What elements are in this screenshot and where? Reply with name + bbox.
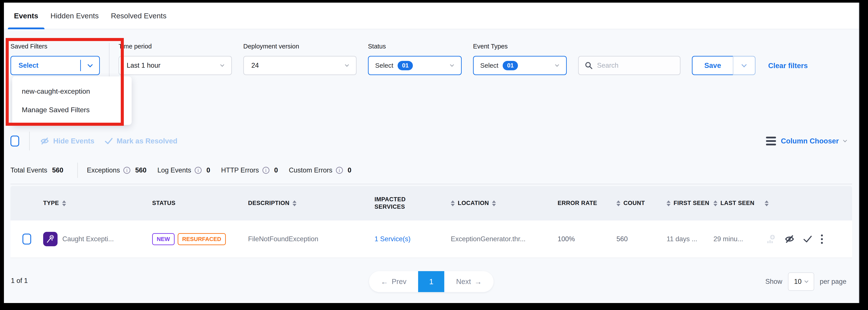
search-input[interactable] bbox=[597, 62, 669, 69]
arrow-right-icon bbox=[474, 278, 482, 286]
select-all-checkbox[interactable] bbox=[10, 136, 19, 146]
hide-events-button[interactable]: Hide Events bbox=[40, 137, 94, 145]
sort-icon[interactable] bbox=[616, 200, 620, 206]
search-box[interactable] bbox=[578, 56, 681, 75]
chevron-down-icon[interactable] bbox=[81, 65, 99, 66]
save-button[interactable]: Save bbox=[692, 56, 733, 75]
column-label: DESCRIPTION bbox=[248, 200, 289, 207]
bulk-actions-bar: Hide Events Mark as Resolved Column Choo… bbox=[10, 131, 852, 151]
clear-filters-link[interactable]: Clear filters bbox=[768, 62, 808, 70]
column-chooser-button[interactable]: Column Chooser bbox=[766, 137, 846, 145]
column-header-description[interactable]: DESCRIPTION bbox=[248, 200, 374, 207]
dropdown-item-manage-saved-filters[interactable]: Manage Saved Filters bbox=[12, 101, 132, 119]
row-checkbox-cell bbox=[10, 233, 43, 245]
hamburger-icon bbox=[766, 137, 776, 145]
column-label: TYPE bbox=[43, 200, 59, 207]
column-label: COUNT bbox=[623, 200, 645, 207]
divider bbox=[29, 132, 30, 150]
chevron-down-icon bbox=[805, 279, 808, 283]
saved-filters-select[interactable]: Select bbox=[10, 56, 100, 75]
tab-hidden-events[interactable]: Hidden Events bbox=[44, 3, 105, 29]
exceptions-label: Exceptions bbox=[87, 166, 120, 174]
event-type-text: Caught Excepti... bbox=[62, 235, 114, 243]
log-events-value: 0 bbox=[207, 166, 210, 174]
prev-page-button[interactable]: Prev bbox=[369, 271, 418, 292]
location-cell: ExceptionGenerator.thr... bbox=[451, 235, 558, 243]
saved-filters-group: Saved Filters Select bbox=[10, 43, 100, 75]
column-header-type[interactable]: TYPE bbox=[43, 200, 152, 207]
tab-resolved-events[interactable]: Resolved Events bbox=[105, 3, 173, 29]
prev-label: Prev bbox=[392, 278, 406, 286]
pager: Prev 1 Next bbox=[369, 271, 494, 292]
time-period-label: Time period bbox=[119, 43, 232, 52]
exceptions-stat: Exceptions 560 bbox=[87, 166, 147, 174]
deployment-version-value: 24 bbox=[251, 62, 259, 69]
tab-events[interactable]: Events bbox=[8, 3, 44, 29]
info-circle-icon[interactable] bbox=[336, 167, 343, 174]
events-tab-bar: Events Hidden Events Resolved Events bbox=[4, 3, 859, 29]
column-header-error-rate[interactable]: ERROR RATE bbox=[558, 200, 616, 207]
custom-errors-label: Custom Errors bbox=[289, 166, 333, 174]
save-split-button: Save bbox=[692, 56, 755, 75]
page-size-select[interactable]: 10 bbox=[788, 273, 814, 291]
impacted-services-link[interactable]: 1 Service(s) bbox=[374, 235, 410, 243]
deployment-version-select[interactable]: 24 bbox=[243, 56, 356, 75]
page-size-value: 10 bbox=[794, 278, 802, 286]
status-label: Status bbox=[368, 43, 462, 52]
status-select[interactable]: Select 01 bbox=[368, 56, 462, 75]
chevron-down-icon bbox=[843, 138, 847, 142]
column-header-status[interactable]: STATUS bbox=[152, 200, 248, 207]
saved-filters-dropdown: new-caught-exception Manage Saved Filter… bbox=[12, 77, 132, 125]
page-number-button[interactable]: 1 bbox=[418, 271, 444, 292]
event-types-select[interactable]: Select 01 bbox=[473, 56, 567, 75]
kebab-menu-icon[interactable] bbox=[820, 233, 824, 245]
hide-events-label: Hide Events bbox=[53, 137, 94, 145]
status-value: Select bbox=[375, 62, 393, 69]
resolve-event-icon[interactable] bbox=[803, 234, 813, 244]
column-header-location[interactable]: LOCATION bbox=[451, 200, 558, 207]
row-checkbox[interactable] bbox=[23, 233, 31, 245]
event-stats-bar: Total Events 560 Exceptions 560 Log Even… bbox=[10, 163, 852, 178]
first-seen-cell: 11 days ... bbox=[666, 235, 713, 243]
deployment-version-group: Deployment version 24 bbox=[243, 43, 356, 75]
sort-icon[interactable] bbox=[492, 200, 496, 206]
saved-filters-value: Select bbox=[11, 62, 80, 69]
hide-event-icon[interactable] bbox=[784, 234, 795, 244]
table-row[interactable]: Caught Excepti... NEW RESURFACED FileNot… bbox=[10, 221, 852, 258]
divider bbox=[78, 163, 78, 178]
chevron-down-icon bbox=[443, 65, 461, 66]
chevron-down-icon bbox=[338, 65, 356, 66]
mark-resolved-label: Mark as Resolved bbox=[117, 137, 178, 145]
save-dropdown-button[interactable] bbox=[733, 56, 755, 75]
column-header-last-seen[interactable]: LAST SEEN bbox=[713, 200, 765, 207]
sort-icon[interactable] bbox=[666, 200, 671, 206]
column-header-impacted-services[interactable]: IMPACTED SERVICES bbox=[374, 196, 451, 211]
info-circle-icon[interactable] bbox=[123, 167, 130, 174]
events-page: Saved Filters Select Time period Last 1 … bbox=[4, 29, 859, 303]
time-period-select[interactable]: Last 1 hour bbox=[119, 56, 232, 75]
sort-icon[interactable] bbox=[292, 200, 297, 206]
saved-filters-label: Saved Filters bbox=[10, 43, 100, 52]
info-circle-icon[interactable] bbox=[262, 167, 270, 174]
sort-icon[interactable] bbox=[765, 200, 769, 206]
log-events-label: Log Events bbox=[157, 166, 191, 174]
save-group: Save bbox=[692, 43, 755, 75]
impacted-services-cell: 1 Service(s) bbox=[374, 235, 451, 243]
custom-errors-stat: Custom Errors 0 bbox=[289, 166, 351, 174]
column-header-first-seen[interactable]: FIRST SEEN bbox=[666, 200, 713, 207]
info-circle-icon[interactable] bbox=[195, 167, 202, 174]
next-page-button[interactable]: Next bbox=[444, 271, 494, 292]
sort-icon[interactable] bbox=[451, 200, 455, 206]
column-header-count[interactable]: COUNT bbox=[616, 200, 666, 207]
deployment-version-label: Deployment version bbox=[243, 43, 356, 52]
http-errors-label: HTTP Errors bbox=[221, 166, 259, 174]
chevron-down-icon bbox=[213, 65, 231, 66]
event-types-label: Event Types bbox=[473, 43, 567, 52]
column-label: LOCATION bbox=[458, 200, 489, 207]
eye-off-icon bbox=[40, 137, 50, 145]
mark-resolved-button[interactable]: Mark as Resolved bbox=[104, 137, 178, 145]
status-cell: NEW RESURFACED bbox=[152, 233, 248, 245]
dropdown-item-saved-filter[interactable]: new-caught-exception bbox=[12, 82, 132, 101]
sort-icon[interactable] bbox=[62, 200, 66, 206]
sort-icon[interactable] bbox=[713, 200, 717, 206]
